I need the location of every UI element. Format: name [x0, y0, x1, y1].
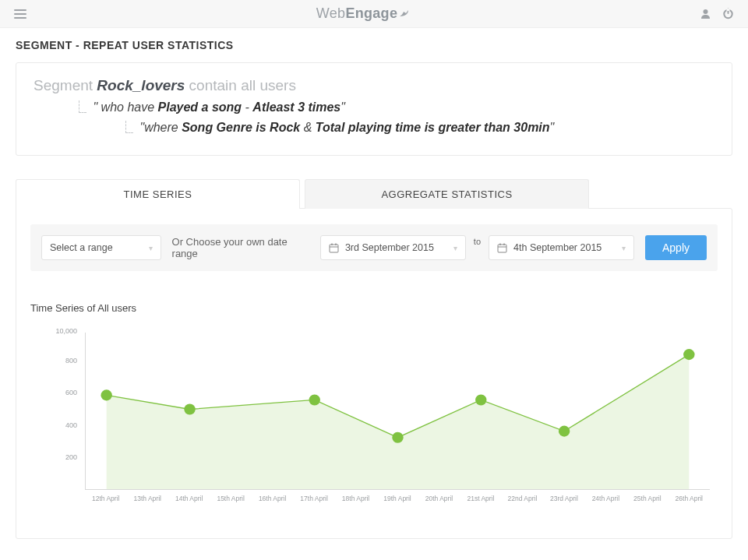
svg-rect-11: [498, 245, 506, 252]
chevron-down-icon: ▾: [453, 244, 457, 252]
chart-svg: [86, 333, 710, 489]
top-bar: WebEngage: [0, 0, 748, 28]
calendar-icon: [329, 243, 339, 253]
segment-lead-prefix: Segment: [34, 77, 97, 93]
chart-data-point: [559, 426, 570, 437]
chart-container: Time Series of All users 20040060080010,…: [30, 302, 718, 515]
x-tick-label: 23rd April: [543, 495, 584, 505]
date-from-value: 3rd September 2015: [345, 242, 434, 253]
rule2-suffix: ": [550, 121, 555, 134]
chart-data-point: [683, 349, 694, 360]
x-tick-label: 17th April: [293, 495, 334, 505]
rule2-part2: Total playing time is greater than 30min: [316, 121, 550, 134]
svg-rect-6: [727, 9, 730, 11]
time-series-panel: Select a range ▾ Or Choose your own date…: [16, 208, 732, 539]
rule1-part2: Atleast 3 times: [252, 100, 340, 114]
y-tick-label: 10,000: [55, 327, 77, 335]
x-tick-label: 20th April: [418, 495, 460, 505]
range-select-label: Select a range: [50, 242, 113, 253]
chart-data-point: [392, 432, 403, 443]
y-tick-label: 600: [65, 389, 77, 396]
y-tick-label: 800: [65, 357, 77, 365]
tree-connector-icon: [125, 121, 133, 133]
time-series-chart: 20040060080010,000 12th April13th April1…: [38, 328, 718, 515]
chart-data-point: [184, 403, 195, 414]
tab-time-series[interactable]: TIME SERIES: [16, 179, 300, 209]
to-label: to: [474, 237, 481, 246]
y-tick-label: 200: [65, 453, 77, 461]
rule2-amp: &: [300, 121, 316, 134]
filter-bar: Select a range ▾ Or Choose your own date…: [30, 224, 718, 271]
segment-rule-1: " who have Played a song - Atleast 3 tim…: [65, 100, 714, 114]
calendar-icon: [497, 243, 507, 253]
rule2-prefix: "where: [139, 121, 182, 134]
segment-lead-suffix: contain all users: [185, 77, 296, 93]
y-tick-label: 400: [65, 421, 77, 429]
chart-area-fill: [107, 354, 690, 489]
brand-prefix: Web: [316, 5, 346, 21]
page-title: SEGMENT - REPEAT USER STATISTICS: [0, 28, 748, 62]
segment-rule-2: "where Song Genre is Rock & Total playin…: [111, 121, 714, 135]
chart-data-point: [475, 394, 486, 405]
segment-summary: Segment Rock_lovers contain all users: [34, 77, 714, 94]
x-tick-label: 13th April: [126, 495, 168, 505]
x-tick-label: 18th April: [335, 495, 376, 505]
chart-data-point: [101, 389, 111, 400]
chart-x-axis: 12th April13th April14th April15th April…: [85, 495, 710, 505]
menu-icon[interactable]: [14, 9, 26, 19]
chevron-down-icon: ▾: [149, 244, 153, 252]
rule1-suffix: ": [340, 100, 345, 114]
apply-button[interactable]: Apply: [645, 235, 707, 260]
segment-definition-card: Segment Rock_lovers contain all users " …: [16, 62, 732, 156]
x-tick-label: 14th April: [168, 495, 210, 505]
x-tick-label: 15th April: [210, 495, 251, 505]
x-tick-label: 25th April: [626, 495, 668, 505]
chevron-down-icon: ▾: [622, 244, 626, 252]
brand-logo: WebEngage: [26, 5, 700, 22]
rule1-sep: -: [242, 100, 252, 114]
brand-suffix: Engage: [345, 5, 397, 21]
x-tick-label: 22nd April: [502, 495, 543, 505]
chart-title: Time Series of All users: [30, 302, 718, 314]
x-tick-label: 24th April: [585, 495, 626, 505]
date-to-picker[interactable]: 4th September 2015 ▾: [489, 235, 634, 260]
rule1-part1: Played a song: [158, 100, 242, 114]
chart-y-axis: 20040060080010,000: [38, 328, 82, 490]
x-tick-label: 26th April: [669, 495, 710, 505]
tab-bar: TIME SERIES AGGREGATE STATISTICS: [16, 179, 732, 209]
rule1-prefix: " who have: [93, 100, 157, 114]
power-icon[interactable]: [722, 8, 734, 19]
x-tick-label: 16th April: [252, 495, 293, 505]
date-from-picker[interactable]: 3rd September 2015 ▾: [320, 235, 466, 260]
svg-point-3: [704, 9, 708, 14]
or-label: Or Choose your own date range: [172, 236, 309, 259]
bird-icon: [399, 5, 410, 22]
tab-aggregate-statistics[interactable]: AGGREGATE STATISTICS: [305, 179, 589, 209]
x-tick-label: 12th April: [85, 495, 126, 505]
range-select[interactable]: Select a range ▾: [41, 235, 161, 260]
chart-data-point: [309, 394, 320, 405]
date-to-value: 4th September 2015: [513, 242, 602, 253]
svg-rect-7: [330, 245, 338, 252]
x-tick-label: 19th April: [376, 495, 418, 505]
user-icon[interactable]: [700, 8, 711, 19]
x-tick-label: 21st April: [460, 495, 501, 505]
rule2-part1: Song Genre is Rock: [182, 121, 300, 134]
segment-name: Rock_lovers: [97, 77, 185, 93]
tree-connector-icon: [79, 100, 86, 113]
chart-plot-area: [85, 333, 710, 490]
